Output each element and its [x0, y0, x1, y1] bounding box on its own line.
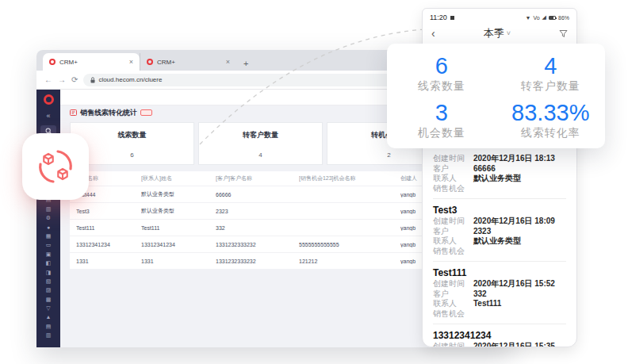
lead-list: 创建时间2020年12月16日 18:13 客户66666 联系人默认业务类型 …: [423, 154, 576, 347]
period-selector[interactable]: 本季 ˅: [484, 26, 511, 40]
app-sidebar: « ▣ ▤ ▥ ⚙ ● ▦ ▭ ▣ ◧ ◨ ▧ ▨ ▩: [36, 90, 60, 347]
sidebar-app-icon[interactable]: ▨: [46, 287, 52, 293]
field-label: 创建时间: [433, 154, 473, 164]
list-item[interactable]: Test111 创建时间2020年12月16日 15:52 客户332 联系人T…: [433, 261, 566, 319]
stat-label: 线索转化率: [521, 126, 580, 140]
status-time: 11:20: [430, 13, 447, 21]
sidebar-app-icon[interactable]: ▥: [46, 332, 52, 338]
new-tab-button[interactable]: +: [236, 59, 255, 71]
sidebar-app-icon[interactable]: ▩: [46, 297, 52, 302]
list-item[interactable]: 13312341234 创建时间2020年12月16日 15:35: [433, 324, 566, 347]
field-label: 客户: [433, 164, 473, 174]
sidebar-app-icon[interactable]: ▲: [46, 314, 52, 320]
cell-customer: 1331232333232: [216, 242, 299, 247]
hecom-favicon-icon: [49, 59, 56, 65]
cell-customer: 332: [216, 225, 299, 231]
stat-label: 机会数量: [418, 126, 465, 140]
url-text: cloud.hecom.cn/cluere: [98, 76, 162, 83]
lead-title: Test111: [433, 267, 566, 279]
sidebar-app-icons: ▣ ▤ ▥ ⚙ ● ▦ ▭ ▣ ◧ ◨ ▧ ▨ ▩ ▽ ▲ ▤ ▥: [46, 188, 52, 338]
phone-status-bar: 11:20 ▼ Vo ◢ 86%: [423, 9, 576, 23]
status-app-icon: [450, 16, 454, 20]
cell-lead-name: Test3: [76, 209, 141, 214]
field-label: 客户: [433, 227, 473, 237]
field-label: 客户: [433, 289, 473, 300]
sidebar-app-icon[interactable]: ▣: [46, 251, 52, 257]
cell-lead-name: 1331: [76, 259, 141, 264]
browser-tab-crm-inactive[interactable]: CRM+ ×: [140, 53, 236, 71]
field-value: 2323: [473, 227, 491, 237]
filter-icon[interactable]: [559, 29, 568, 38]
lead-title: 13312341234: [433, 330, 566, 342]
cell-contact: Test111: [141, 225, 216, 231]
cell-lead-name: Test444: [76, 192, 141, 197]
field-value: 2020年12月16日 15:52: [473, 279, 555, 289]
stat-value: 83.33%: [511, 100, 589, 125]
stat-card-value: 6: [130, 151, 133, 159]
sidebar-app-icon[interactable]: ▤: [46, 324, 52, 329]
cell-opportunity: 121212: [299, 259, 400, 264]
forward-icon[interactable]: →: [58, 76, 66, 84]
stat-value: 3: [435, 100, 448, 125]
field-value: Test111: [473, 299, 501, 309]
new-badge: [140, 109, 152, 116]
sidebar-app-icon[interactable]: ●: [47, 224, 50, 230]
cell-opportunity: 5555555555555: [299, 242, 400, 247]
field-label: 销售机会: [433, 247, 473, 257]
tab-title: CRM+: [157, 59, 222, 66]
stat-leads: 6 线索数量: [387, 50, 496, 97]
list-item[interactable]: Test3 创建时间2020年12月16日 18:09 客户2323 联系人默认…: [433, 198, 566, 256]
cell-customer: 1331232333232: [216, 259, 299, 264]
page-title: 销售线索转化统计: [80, 108, 137, 118]
field-label: 销售机会: [433, 309, 473, 320]
cell-lead-name: 13312341234: [76, 242, 141, 247]
field-label: 联系人: [433, 299, 473, 309]
battery-icon: [549, 16, 556, 20]
list-item[interactable]: 创建时间2020年12月16日 18:13 客户66666 联系人默认业务类型 …: [433, 154, 566, 193]
browser-tab-crm-active[interactable]: CRM+ ×: [43, 53, 140, 71]
back-chevron-icon[interactable]: ‹: [431, 28, 435, 39]
back-icon[interactable]: ←: [44, 76, 52, 84]
field-label: 创建时间: [433, 279, 473, 289]
tab-close-icon[interactable]: ×: [129, 58, 133, 66]
column-header: [联系人]姓名: [141, 174, 216, 182]
stat-conversion-rate: 83.33% 线索转化率: [496, 97, 606, 144]
sidebar-app-icon[interactable]: ▧: [46, 278, 52, 284]
lock-icon: [90, 77, 95, 83]
sidebar-app-icon[interactable]: ⚙: [46, 215, 51, 220]
field-label: 创建时间: [433, 342, 473, 347]
sidebar-app-icon[interactable]: ▭: [46, 242, 52, 247]
stat-value: 4: [544, 53, 557, 79]
wifi-icon: ▼: [525, 15, 530, 21]
stat-value: 6: [435, 53, 448, 79]
report-icon: [70, 109, 77, 116]
tab-close-icon[interactable]: ×: [226, 58, 230, 66]
stats-overlay-card: 6 线索数量 4 转客户数量 3 机会数量 83.33% 线索转化率: [387, 44, 605, 148]
period-label: 本季: [484, 26, 504, 40]
battery-percent: 86%: [558, 15, 569, 21]
field-label: 联系人: [433, 174, 473, 184]
field-value: 2020年12月16日 18:13: [473, 154, 555, 164]
cell-contact: 1331: [141, 259, 216, 264]
sidebar-app-icon[interactable]: ▽: [46, 305, 50, 311]
stat-card-value: 4: [258, 151, 262, 159]
hecom-favicon-icon: [147, 59, 153, 65]
collapse-sidebar-icon[interactable]: «: [46, 112, 50, 120]
field-label: 创建时间: [433, 216, 473, 227]
sidebar-app-icon[interactable]: ▦: [46, 233, 52, 239]
sidebar-app-icon[interactable]: ◧: [46, 260, 52, 266]
volte-icon: Vo: [533, 15, 539, 21]
phone-nav-bar: ‹ 本季 ˅: [423, 23, 576, 44]
sidebar-app-icon[interactable]: ▥: [46, 206, 52, 212]
stat-label: 转客户数量: [521, 79, 580, 94]
field-value: 332: [473, 289, 487, 300]
cell-lead-name: Test111: [76, 225, 141, 231]
reload-icon[interactable]: ⟳: [71, 76, 78, 84]
field-value: 66666: [473, 164, 496, 174]
sidebar-app-icon[interactable]: ◨: [46, 270, 52, 275]
field-value: 2020年12月16日 15:35: [473, 342, 555, 347]
stat-card-value: 2: [387, 151, 390, 159]
tab-title: CRM+: [59, 59, 125, 66]
stat-label: 线索数量: [418, 79, 465, 94]
chevron-down-icon: ˅: [507, 29, 511, 37]
